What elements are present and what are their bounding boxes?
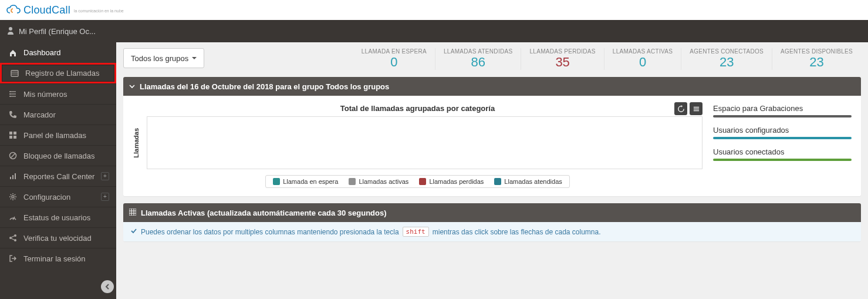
sidebar-item-hash[interactable]: Mis números (0, 83, 116, 104)
chart-toolbar (674, 102, 702, 115)
profile-label: Mi Perfil (Enrique Oc... (19, 27, 96, 36)
legend-item[interactable]: Llamada en espera (273, 178, 338, 185)
metric: Espacio para Grabaciones (713, 104, 852, 117)
sort-tip-post: mientras das click sobre las flechas de … (433, 228, 601, 236)
gear-icon (8, 193, 18, 201)
ban-icon (8, 152, 18, 160)
stat-label: LLAMADA EN ESPERA (362, 48, 427, 55)
sidebar-item-label: Terminar la sesión (23, 254, 86, 263)
sidebar-item-grid[interactable]: Panel de llamadas (0, 125, 116, 145)
svg-rect-26 (693, 106, 698, 107)
profile-bar[interactable]: Mi Perfil (Enrique Oc... (0, 20, 868, 42)
metric: Usuarios conectados (713, 147, 852, 161)
svg-rect-1 (11, 70, 18, 76)
stat-label: AGENTES DISPONIBLES (781, 48, 853, 55)
calls-panel: Llamadas del 16 de Octubre del 2018 para… (123, 77, 861, 196)
sidebar-item-home[interactable]: Dashboard (0, 42, 116, 63)
stat-value: 0 (613, 55, 673, 70)
legend-swatch (419, 178, 426, 185)
user-icon (7, 26, 14, 36)
stat-block: LLAMADAS ACTIVAS0 (604, 48, 681, 70)
stat-block: LLAMADAS PERDIDAS35 (521, 48, 603, 70)
calls-panel-header[interactable]: Llamadas del 16 de Octubre del 2018 para… (123, 77, 861, 96)
sidebar-item-share[interactable]: Verifica tu velocidad (0, 227, 116, 248)
group-filter-label: Todos los grupos (131, 54, 188, 63)
svg-rect-12 (9, 136, 12, 139)
svg-line-25 (12, 238, 15, 240)
legend-swatch (494, 178, 501, 185)
svg-rect-18 (15, 173, 16, 179)
brand-name: CloudCall (23, 4, 70, 16)
chart-title: Total de llamadas agrupadas por categorí… (133, 104, 702, 113)
chart-column: Total de llamadas agrupadas por categorí… (133, 104, 702, 188)
svg-point-8 (9, 93, 11, 95)
metric-label: Usuarios conectados (713, 147, 852, 156)
stat-value: 0 (362, 55, 427, 70)
table-icon (129, 209, 136, 217)
legend-item[interactable]: Llamadas atendidas (494, 178, 562, 185)
metric-label: Espacio para Grabaciones (713, 104, 852, 113)
stat-label: AGENTES CONECTADOS (690, 48, 764, 55)
chart-y-axis-label: Llamadas (133, 128, 140, 158)
svg-line-15 (11, 153, 15, 158)
svg-point-22 (14, 234, 16, 237)
sidebar-item-label: Configuracion (23, 193, 70, 201)
sidebar-item-logout[interactable]: Terminar la sesión (0, 248, 116, 268)
sidebar-item-label: Dashboard (23, 48, 61, 57)
sidebar-item-gear[interactable]: Configuracion+ (0, 186, 116, 207)
legend-swatch (273, 178, 280, 185)
legend-item[interactable]: Llamadas activas (349, 178, 408, 185)
stat-label: LLAMADAS PERDIDAS (529, 48, 595, 55)
active-calls-header[interactable]: Llamadas Activas (actualizada automática… (123, 203, 861, 222)
grid-icon (8, 131, 18, 139)
check-icon (130, 227, 137, 236)
metric-bar (713, 137, 852, 139)
sidebar-item-label: Panel de llamadas (23, 131, 86, 140)
sidebar-item-gauge[interactable]: Estatus de usuarios (0, 207, 116, 227)
chevron-down-icon (129, 82, 135, 91)
chart-refresh-button[interactable] (674, 102, 687, 115)
expand-icon: + (101, 193, 109, 201)
sidebar-item-ban[interactable]: Bloqueo de llamadas (0, 145, 116, 166)
top-logo-bar: CloudCall la comunicación en la nube (0, 0, 868, 20)
chart-menu-button[interactable] (690, 102, 702, 115)
legend-swatch (349, 178, 356, 185)
stat-block: AGENTES CONECTADOS23 (681, 48, 772, 70)
svg-rect-17 (12, 175, 13, 179)
sidebar-item-chart[interactable]: Reportes Call Center+ (0, 166, 116, 186)
sort-tip: Puedes ordenar los datos por multiples c… (123, 222, 861, 241)
sidebar-item-phone[interactable]: Marcador (0, 104, 116, 125)
gauge-icon (8, 213, 18, 221)
svg-rect-29 (129, 209, 136, 216)
caret-down-icon (192, 57, 197, 62)
svg-rect-16 (10, 177, 11, 179)
svg-point-0 (9, 27, 12, 31)
sidebar-item-list[interactable]: Registro de Llamadas (0, 63, 116, 83)
brand-tagline: la comunicación en la nube (74, 9, 124, 13)
group-filter-dropdown[interactable]: Todos los grupos (123, 48, 204, 68)
stat-value: 23 (690, 55, 764, 70)
home-icon (8, 49, 18, 57)
svg-rect-10 (9, 132, 12, 135)
sidebar-collapse-button[interactable] (101, 280, 114, 293)
content-area: Todos los grupos LLAMADA EN ESPERA0LLAMA… (116, 42, 868, 299)
share-icon (8, 234, 18, 242)
sort-tip-kbd: shift (403, 227, 429, 237)
stat-label: LLAMADAS ATENDIDAS (444, 48, 512, 55)
metric-bar (713, 115, 852, 117)
metric: Usuarios configurados (713, 126, 852, 139)
logout-icon (8, 254, 18, 263)
svg-rect-27 (693, 108, 698, 109)
sidebar-item-label: Reportes Call Center (23, 172, 94, 181)
svg-point-9 (9, 96, 11, 97)
legend-item[interactable]: Llamadas perdidas (419, 178, 484, 185)
chart-legend: Llamada en esperaLlamadas activasLlamada… (265, 175, 570, 188)
sidebar-item-label: Marcador (23, 110, 56, 119)
stat-label: LLAMADAS ACTIVAS (613, 48, 673, 55)
svg-point-7 (9, 91, 11, 92)
stat-block: LLAMADAS ATENDIDAS86 (435, 48, 521, 70)
active-calls-panel: Llamadas Activas (actualizada automática… (123, 203, 861, 241)
nav-list: DashboardRegistro de LlamadasMis números… (0, 42, 116, 268)
stats-strip: LLAMADA EN ESPERA0LLAMADAS ATENDIDAS86LL… (353, 48, 861, 70)
filter-stats-row: Todos los grupos LLAMADA EN ESPERA0LLAMA… (123, 48, 861, 70)
